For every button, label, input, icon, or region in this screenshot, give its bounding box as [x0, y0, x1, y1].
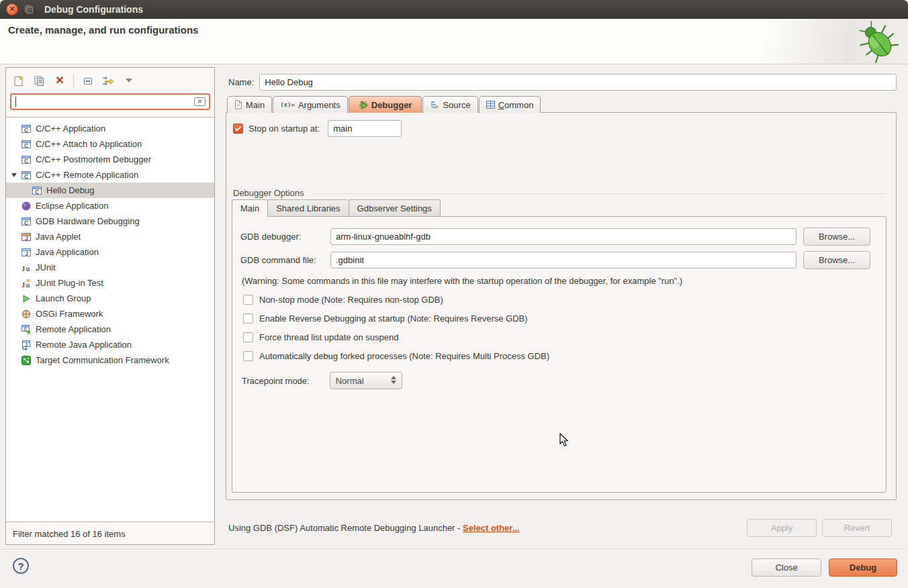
svg-text:C: C — [24, 326, 27, 331]
clear-filter-icon[interactable]: ✕ — [194, 97, 206, 106]
stop-on-startup-input[interactable] — [328, 120, 402, 137]
stop-on-startup-checkbox[interactable] — [233, 124, 243, 134]
gdb-command-file-input[interactable] — [330, 252, 797, 268]
subtab-main[interactable]: Main — [232, 199, 268, 217]
expander-icon[interactable] — [11, 173, 17, 177]
tree-item[interactable]: CC/C++ Remote Application — [6, 167, 214, 183]
file-icon — [234, 100, 242, 109]
svg-text:u: u — [26, 264, 30, 272]
dialog-header-title: Create, manage, and run configurations — [8, 24, 198, 36]
tree-item-selected[interactable]: CHello Debug — [6, 183, 214, 198]
tab-main[interactable]: Main — [227, 96, 272, 113]
browse-gdb-debugger-button[interactable]: Browse... — [803, 228, 870, 246]
debug-configurations-dialog: ✕ Debug Configurations Create, manage, a… — [0, 0, 908, 588]
browse-gdb-command-file-button[interactable]: Browse... — [803, 251, 870, 269]
svg-text:C: C — [24, 173, 28, 179]
tree-item[interactable]: CC/C++ Application — [6, 121, 214, 136]
eclipse-application-icon — [21, 201, 32, 211]
force-thread-list-checkbox[interactable] — [243, 332, 253, 342]
tcf-icon — [21, 355, 32, 366]
tree-item[interactable]: CGDB Hardware Debugging — [6, 213, 214, 229]
tree-item[interactable]: JJava Application — [6, 244, 214, 260]
launch-config-sidebar: ✕ ✕ CC/C++ Application CC/C++ Attach to … — [5, 67, 215, 545]
tree-item[interactable]: CC/C++ Attach to Application — [6, 136, 214, 152]
close-button[interactable]: Close — [752, 558, 821, 577]
filter-input[interactable] — [10, 93, 210, 110]
view-menu-dropdown-icon[interactable] — [123, 75, 135, 87]
tree-item[interactable]: JJava Applet — [6, 229, 214, 244]
tab-arguments[interactable]: (x)= Arguments — [273, 96, 348, 113]
svg-text:C: C — [24, 126, 28, 133]
non-stop-mode-checkbox[interactable] — [243, 295, 253, 305]
tree-item[interactable]: CC/C++ Postmortem Debugger — [6, 152, 214, 167]
tree-item[interactable]: JRemote Java Application — [6, 337, 214, 352]
junit-plugin-icon: Ju — [21, 278, 32, 289]
osgi-framework-icon — [21, 309, 32, 320]
svg-text:J: J — [21, 264, 25, 272]
close-icon[interactable]: ✕ — [6, 3, 18, 15]
launcher-text: Using GDB (DSF) Automatic Remote Debuggi… — [228, 523, 741, 533]
subtab-gdbserver-settings[interactable]: Gdbserver Settings — [349, 199, 441, 217]
tree-item[interactable]: Eclipse Application — [6, 198, 214, 213]
delete-config-icon[interactable]: ✕ — [54, 75, 66, 87]
arguments-icon: (x)= — [280, 101, 295, 108]
minimize-icon[interactable] — [23, 3, 35, 15]
spinner-icon — [391, 376, 396, 384]
c-application-icon: C — [21, 216, 32, 227]
select-other-link[interactable]: Select other... — [463, 523, 520, 533]
remote-application-icon: C — [21, 324, 32, 335]
sidebar-toolbar: ✕ — [6, 68, 214, 93]
c-application-icon: C — [32, 185, 42, 196]
filter-field-wrap: ✕ — [10, 93, 210, 110]
duplicate-config-icon[interactable] — [33, 75, 45, 87]
new-config-icon[interactable] — [12, 75, 24, 87]
help-button[interactable]: ? — [13, 558, 29, 574]
tree-item[interactable]: JuJUnit — [6, 260, 214, 275]
config-editor-panel: Name: Main (x)= Arguments Debugger — [222, 67, 904, 545]
tree-item[interactable]: Launch Group — [6, 291, 214, 306]
titlebar[interactable]: ✕ Debug Configurations — [0, 0, 908, 19]
mouse-cursor — [559, 433, 569, 447]
tab-source[interactable]: Source — [422, 96, 478, 113]
launch-group-icon — [21, 293, 32, 304]
gdb-debugger-input[interactable] — [330, 228, 797, 245]
filter-status: Filter matched 16 of 16 items — [6, 523, 214, 544]
subtab-shared-libraries[interactable]: Shared Libraries — [267, 199, 349, 217]
java-applet-icon: J — [21, 232, 32, 242]
java-application-icon: J — [21, 247, 32, 258]
debug-button[interactable]: Debug — [829, 558, 897, 577]
text-caret — [15, 97, 16, 107]
source-icon — [430, 100, 439, 109]
name-input[interactable] — [259, 74, 897, 91]
c-application-icon: C — [21, 154, 32, 165]
tree-item[interactable]: Target Communication Framework — [6, 352, 214, 368]
revert-button[interactable]: Revert — [822, 519, 892, 537]
tree-item[interactable]: JuJUnit Plug-in Test — [6, 275, 214, 291]
gdb-command-file-label: GDB command file: — [240, 255, 330, 265]
svg-text:C: C — [24, 142, 28, 148]
svg-text:C: C — [35, 188, 39, 195]
tracepoint-mode-select[interactable]: Normal — [330, 372, 402, 389]
apply-button[interactable]: Apply — [747, 519, 817, 537]
tree-item[interactable]: CRemote Application — [6, 322, 214, 337]
gdb-debugger-label: GDB debugger: — [240, 232, 330, 242]
bug-icon — [359, 100, 368, 109]
stop-on-startup-label: Stop on startup at: — [248, 124, 320, 134]
tracepoint-mode-label: Tracepoint mode: — [242, 376, 310, 386]
svg-text:J: J — [25, 342, 28, 346]
svg-text:J: J — [25, 234, 28, 241]
tab-common[interactable]: Common — [479, 96, 541, 113]
debugger-main-subtab-content: GDB debugger: Browse... GDB command file… — [232, 216, 887, 493]
auto-debug-forked-checkbox[interactable] — [243, 351, 253, 361]
collapse-all-icon[interactable] — [81, 75, 93, 87]
dialog-header: Create, manage, and run configurations — [0, 19, 908, 64]
debugger-options-title: Debugger Options — [233, 188, 304, 198]
tree-item[interactable]: OSGi Framework — [6, 306, 214, 322]
launch-config-tree: CC/C++ Application CC/C++ Attach to Appl… — [6, 117, 214, 522]
c-application-icon: C — [21, 170, 32, 181]
footer-separator — [0, 549, 908, 550]
tab-debugger[interactable]: Debugger — [349, 96, 422, 113]
c-application-icon: C — [21, 124, 32, 134]
filter-launch-config-icon[interactable] — [102, 75, 114, 87]
reverse-debugging-checkbox[interactable] — [243, 313, 253, 324]
